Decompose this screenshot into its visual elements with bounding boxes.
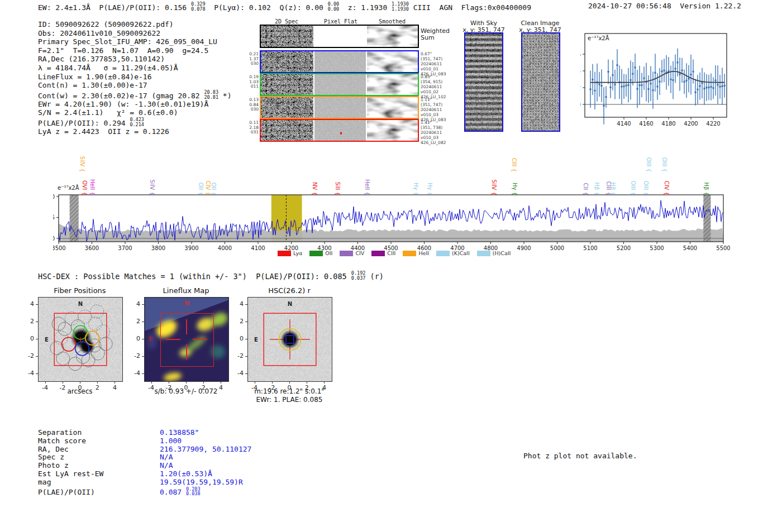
- info-line-6: LineFlux = 1.90(±0.84)e-16: [38, 73, 232, 82]
- y-tick-mark: [36, 356, 38, 357]
- y-tick-mark: [245, 322, 247, 322]
- y-tick-label: -4: [21, 370, 34, 377]
- y-tick-mark: [245, 373, 247, 374]
- legend-item-(H)CaII: (H)CaII: [477, 250, 511, 256]
- spec2d-cutout-rows: WeightedSum0.211.370300.67"(351, 747)202…: [246, 25, 442, 143]
- emission-line-marker-Hβ: Hβ {: [610, 170, 616, 195]
- emission-line-marker-HeII: HeII {: [89, 170, 96, 195]
- info-line-8: Cont(w) = 2.30(±0.02)e-17 (gmag 20.82 20…: [38, 90, 232, 100]
- match-label: Spec z: [38, 453, 160, 462]
- emission-line-marker-Hγ: Hγ {: [413, 170, 419, 195]
- svg-text:e⁻¹⁷x2Å: e⁻¹⁷x2Å: [588, 35, 609, 41]
- stacked-uncertainty: 20.8320.81: [204, 90, 218, 100]
- svg-text:6: 6: [580, 51, 581, 57]
- legend-label: (K)CaII: [452, 250, 470, 256]
- hsc-cutout-title: HSC(26.2) r: [247, 286, 331, 295]
- sky-noise-overlay: [465, 33, 502, 131]
- match-label: Est LyA rest-EW: [38, 470, 160, 478]
- x-tick-mark: [115, 381, 115, 384]
- svg-text:3500: 3500: [53, 245, 66, 250]
- svg-text:5500: 5500: [716, 245, 730, 250]
- svg-text:E: E: [254, 337, 258, 343]
- match-value: 19.59(19.59,19.59)R: [160, 478, 243, 486]
- hsc-image-panel: NE: [247, 297, 332, 382]
- x-tick-mark: [169, 381, 169, 384]
- emission-line-marker-OIII: OIII {: [646, 146, 652, 172]
- cutout-row-1: 0.211.370300.67"(351, 747)20240611v010_0…: [246, 50, 442, 73]
- y-tick-mark: [142, 304, 144, 305]
- y-tick-label: 4: [21, 300, 34, 308]
- stacked-uncertainty: 0.1920.037: [351, 271, 366, 281]
- y-tick-label: -4: [231, 370, 244, 377]
- cutout-image-strip: [260, 73, 419, 96]
- with-sky-image: [464, 32, 503, 132]
- x-tick-mark: [45, 381, 46, 384]
- y-tick-mark: [142, 356, 144, 357]
- emission-line-marker-NV: NV {: [312, 170, 318, 195]
- legend-item-CIV: CIV: [340, 250, 364, 256]
- legend-swatch: [278, 251, 291, 256]
- match-row-3: Spec zN/A: [38, 453, 251, 462]
- svg-text:2: 2: [580, 85, 581, 91]
- svg-text:E: E: [45, 337, 49, 343]
- match-row-0: Separation0.138858": [38, 429, 251, 437]
- emission-line-marker-OIII: OIII {: [630, 170, 636, 195]
- svg-text:5200: 5200: [617, 245, 631, 250]
- stacked-uncertainty: 1.19301.1930: [392, 2, 409, 12]
- header-datetime-version: 2024-10-27 00:56:48 Version 1.22.2: [588, 2, 741, 10]
- svg-text:0: 0: [53, 236, 55, 242]
- lineflux-crosshair: [186, 344, 187, 360]
- legend-swatch: [340, 251, 353, 256]
- emission-line-marker-OII: OII {: [211, 170, 217, 195]
- svg-text:4180: 4180: [661, 121, 675, 127]
- emission-line-marker-SiIV: SiIV {: [491, 170, 497, 195]
- clean-image-title: Clean Image x, y: 351, 747: [512, 20, 568, 33]
- y-tick-label: 4: [127, 300, 140, 308]
- x-tick-mark: [255, 381, 255, 384]
- y-tick-label: -2: [21, 352, 34, 360]
- svg-text:4400: 4400: [351, 245, 365, 250]
- match-value: 0.138858": [160, 428, 199, 437]
- y-tick-label: -2: [127, 352, 140, 360]
- match-row-2: RA, Dec216.377909, 50.110127: [38, 445, 251, 454]
- hscdex-match-line: HSC-DEX : Possible Matches = 1 (within +…: [38, 271, 384, 281]
- cutout-row-left-labels: 0.191.03011: [246, 75, 259, 89]
- x-tick-mark: [203, 381, 204, 384]
- north-label: N: [184, 300, 189, 307]
- emission-line-marker-OIII: OIII {: [661, 146, 667, 172]
- photz-note: Phot z plot not available.: [523, 452, 637, 460]
- y-tick-mark: [142, 339, 144, 339]
- y-tick-label: 4: [231, 300, 244, 308]
- svg-text:N: N: [78, 301, 83, 307]
- cutout-image-strip: [260, 119, 419, 142]
- x-tick-mark: [97, 381, 98, 384]
- info-line-2: Primary Spec_Slot_IFU_AMP: 426_095_004_L…: [38, 37, 232, 46]
- cutout-row-right-labels: WeightedSum: [421, 28, 450, 41]
- y-tick-label: -4: [127, 370, 140, 377]
- elixer-detection-report: EW: 2.4±1.3Å P(LAE)/P(OII): 0.156 0.3290…: [0, 0, 782, 532]
- cutout-row-3: 0.130.840301.11"(351, 747)20240611v010_0…: [246, 96, 442, 119]
- y-tick-mark: [36, 373, 38, 374]
- match-label: Photo z: [38, 462, 160, 470]
- lineflux-blob: [163, 371, 182, 382]
- cutout-row-2: 0.191.030110.85"(354, 915)20240611v010_0…: [246, 73, 442, 96]
- cutout-pixel-flat-image: [314, 74, 366, 95]
- fiber-positions-title: Fiber Positions: [38, 286, 122, 295]
- svg-text:3700: 3700: [118, 245, 132, 250]
- cutout-pixel-flat-image: [314, 51, 366, 72]
- lineflux-crosshair: [193, 339, 208, 340]
- svg-text:4160: 4160: [639, 121, 653, 127]
- main-spectrum-plot: 0510350036003700380039004000410042004300…: [53, 191, 730, 250]
- cutout-2d-spec-image: [261, 74, 313, 95]
- svg-text:4500: 4500: [384, 245, 398, 250]
- info-line-1: Obs: 20240611v010_5090092622: [38, 29, 232, 38]
- cutout-pixel-flat-image: [314, 26, 366, 47]
- match-row-5: Est LyA rest-EW1.20(±0.53)Å: [38, 470, 251, 478]
- svg-text:5: 5: [53, 214, 55, 221]
- x-tick-mark: [324, 381, 325, 384]
- emission-line-marker-OVI: OVI {: [82, 170, 88, 195]
- detection-info-block: ID: 5090092622 (5090092622.pdf)Obs: 2024…: [38, 20, 232, 136]
- header-summary-line: EW: 2.4±1.3Å P(LAE)/P(OII): 0.156 0.3290…: [38, 2, 531, 12]
- column-title-smoothed: Smoothed: [364, 18, 420, 25]
- emission-line-marker-CIII: CIII {: [511, 146, 517, 172]
